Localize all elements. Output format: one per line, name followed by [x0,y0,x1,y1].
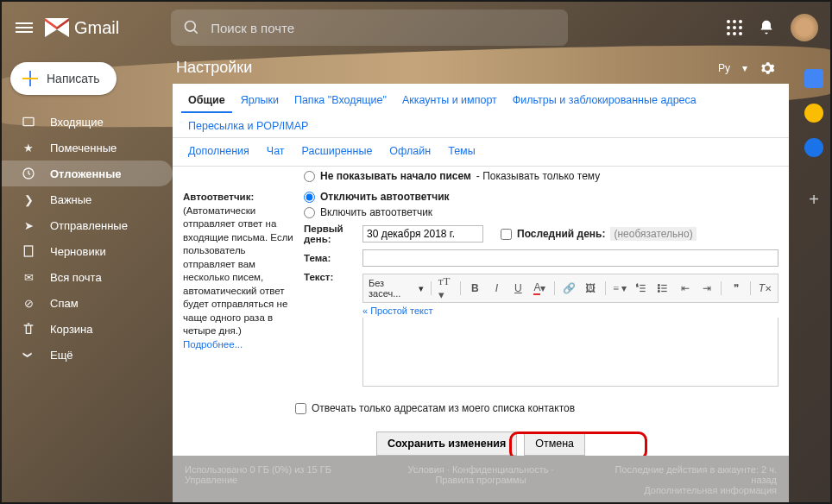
quote-icon[interactable]: ❞ [728,280,743,296]
bullet-list-icon[interactable] [656,280,671,296]
image-icon[interactable]: 🖼 [583,280,598,296]
footer-privacy[interactable]: Конфиденциальность [452,464,549,475]
footer-policies[interactable]: Правила программы [435,475,526,485]
numbered-list-icon[interactable]: 1 [634,280,649,296]
tab-general[interactable]: Общие [181,89,232,113]
apps-grid-icon[interactable] [727,20,742,35]
svg-rect-2 [23,117,34,125]
svg-line-1 [194,30,198,34]
tab-addons[interactable]: Дополнения [181,142,256,161]
tab-chat[interactable]: Чат [260,142,292,161]
indent-more-icon[interactable]: ⇥ [699,280,714,296]
storage-manage-link[interactable]: Управление [185,475,237,485]
svg-point-0 [186,22,196,32]
svg-point-13 [659,287,660,289]
page-title: Настройки [176,59,252,77]
activity-text: Последние действия в аккаунте: 2 ч. наза… [602,464,777,485]
settings-tabs-row2: Дополнения Чат Расширенные Офлайн Темы [173,138,789,167]
nav-trash[interactable]: Корзина [0,316,173,342]
nav-important[interactable]: ❯Важные [0,186,173,212]
mail-icon: ✉ [21,269,36,285]
underline-icon[interactable]: U [511,280,526,296]
star-icon: ★ [21,140,36,155]
nav-sent[interactable]: ➤Отправленные [0,212,173,238]
settings-gear-icon[interactable] [760,60,775,76]
tasks-app-icon[interactable] [804,138,823,157]
nav-inbox[interactable]: Входящие [0,109,173,135]
add-app-icon[interactable]: + [809,190,819,210]
autoresponder-learn-more[interactable]: Подробнее... [183,339,243,350]
last-day-hint: (необязательно) [610,227,696,241]
nav-starred[interactable]: ★Помеченные [0,135,173,161]
settings-content: Не показывать начало писем - Показывать … [173,167,789,456]
calendar-app-icon[interactable] [804,69,823,88]
tab-filters[interactable]: Фильтры и заблокированные адреса [506,89,703,113]
gmail-logo[interactable]: Gmail [45,18,119,38]
gmail-m-icon [45,18,69,37]
nav-drafts[interactable]: Черновики [0,238,173,264]
subject-label: Тема: [304,253,356,263]
italic-icon[interactable]: I [489,280,504,296]
svg-text:1: 1 [637,283,640,287]
activity-details-link[interactable]: Дополнительная информация [644,485,777,495]
sent-icon: ➤ [21,217,36,233]
compose-label: Написать [47,72,99,85]
autoresponder-off-radio[interactable] [304,192,315,203]
save-button[interactable]: Сохранить изменения [376,432,517,456]
font-size-icon[interactable]: тТ ▾ [438,280,453,296]
font-family-select[interactable]: Без засеч... ▾ [369,278,424,299]
settings-panel: Общие Ярлыки Папка "Входящие" Аккаунты и… [173,84,789,504]
nav-spam[interactable]: ⊘Спам [0,290,173,316]
footer-terms[interactable]: Условия [407,464,444,475]
body-editor[interactable] [362,318,778,387]
indent-less-icon[interactable]: ⇤ [678,280,692,296]
contacts-only-checkbox[interactable] [295,403,306,414]
plain-text-link[interactable]: « Простой текст [362,306,433,316]
tab-forwarding[interactable]: Пересылка и POP/IMAP [181,115,315,137]
tab-advanced[interactable]: Расширенные [295,142,380,161]
svg-point-14 [659,291,660,293]
important-icon: ❯ [21,192,36,207]
nav-more[interactable]: ❯Ещё [0,342,173,368]
header-actions [727,14,818,41]
snippet-option[interactable]: Не показывать начало писем - Показывать … [304,170,778,182]
settings-tabs: Общие Ярлыки Папка "Входящие" Аккаунты и… [173,84,789,138]
spam-icon: ⊘ [21,295,36,311]
clear-format-icon[interactable]: T✕ [758,280,772,296]
search-icon [183,19,200,36]
autoresponder-off-row[interactable]: Отключить автоответчик [304,191,778,203]
align-icon[interactable]: ≡ ▾ [613,280,627,296]
snippet-radio[interactable] [304,171,315,182]
tab-offline[interactable]: Офлайн [382,142,438,161]
bold-icon[interactable]: B [468,280,482,296]
tab-themes[interactable]: Темы [441,142,482,161]
body-label: Текст: [304,272,356,282]
main-menu-icon[interactable] [14,17,35,38]
form-actions: Сохранить изменения Отмена [183,423,778,456]
notifications-icon[interactable] [758,19,775,36]
last-day-checkbox[interactable] [501,229,512,240]
tab-inbox[interactable]: Папка "Входящие" [287,89,394,113]
language-indicator[interactable]: Ру [718,62,730,74]
side-panel: + [804,69,823,210]
autoresponder-on-row[interactable]: Включить автоответчик [304,206,778,218]
subject-input[interactable] [362,249,778,267]
brand-text: Gmail [74,18,119,38]
search-bar[interactable] [171,9,568,46]
account-avatar[interactable] [791,14,818,41]
main-content: Настройки Ру ▾ Общие Ярлыки Папка "Входя… [173,55,789,504]
autoresponder-on-radio[interactable] [304,207,315,218]
nav-all-mail[interactable]: ✉Вся почта [0,264,173,290]
first-day-label: Первый день: [304,224,356,244]
search-input[interactable] [211,21,556,35]
first-day-input[interactable] [362,225,483,243]
tab-labels[interactable]: Ярлыки [234,89,286,113]
text-color-icon[interactable]: A ▾ [533,280,547,296]
contacts-only-row[interactable]: Отвечать только адресатам из моего списк… [295,402,778,414]
tab-accounts[interactable]: Аккаунты и импорт [395,89,504,113]
link-icon[interactable]: 🔗 [562,280,577,296]
cancel-button[interactable]: Отмена [524,432,585,456]
compose-button[interactable]: Написать [10,62,117,95]
keep-app-icon[interactable] [804,104,823,123]
nav-snoozed[interactable]: Отложенные [0,161,173,186]
